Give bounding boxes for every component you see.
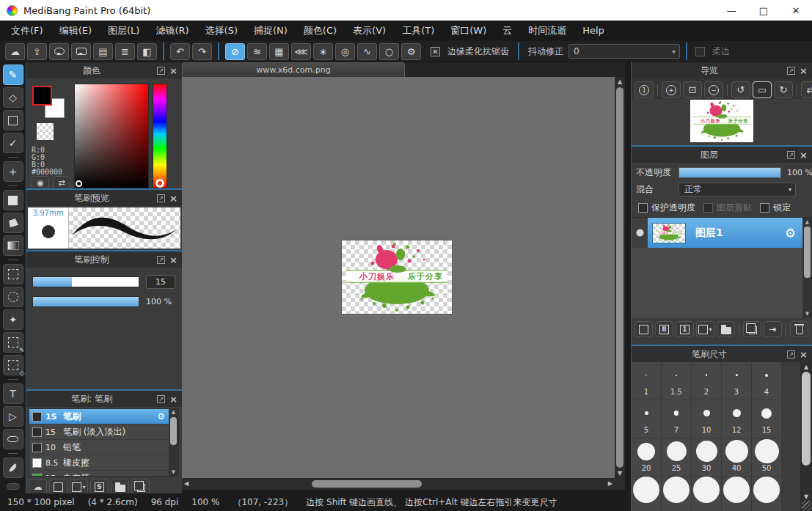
select-pen-tool[interactable]: ✎ xyxy=(3,332,23,353)
brush-size-cell[interactable] xyxy=(752,477,782,511)
menu-item-12[interactable]: Help xyxy=(574,21,612,41)
delete-layer-button[interactable] xyxy=(790,321,808,337)
chat-icon[interactable] xyxy=(71,43,91,60)
popout-icon[interactable]: ↗ xyxy=(157,395,165,403)
menu-item-11[interactable]: 时间流逝 xyxy=(520,21,574,41)
brush-size-cell-2[interactable]: 2 xyxy=(692,362,722,400)
eraser-tool[interactable]: ◇ xyxy=(3,87,23,108)
zoom-out-button[interactable]: − xyxy=(704,81,723,98)
close-icon[interactable]: × xyxy=(800,67,808,75)
undo-button[interactable]: ↶ xyxy=(170,43,190,60)
menu-item-7[interactable]: 表示(V) xyxy=(345,21,394,41)
close-icon[interactable]: × xyxy=(169,395,178,403)
brush-row[interactable]: 15笔刷⚙ xyxy=(29,409,169,424)
snap-radial-button[interactable]: ∗ xyxy=(313,43,333,60)
gear-icon[interactable]: ⚙ xyxy=(785,226,796,240)
gradient-tool[interactable] xyxy=(3,235,23,256)
foreground-color-swatch[interactable] xyxy=(32,86,52,106)
menu-item-5[interactable]: 捕捉(N) xyxy=(246,21,296,41)
brush-size-scrollbar[interactable]: ▲ ▼ xyxy=(800,362,812,511)
snap-off-button[interactable]: ⊘ xyxy=(225,43,245,60)
cloud-brush-button[interactable]: ☁ xyxy=(29,479,47,495)
brush-row[interactable]: 8.5橡皮擦 xyxy=(29,455,169,471)
brush-folder-button[interactable] xyxy=(111,479,129,495)
brush-row[interactable]: 15中空笔 xyxy=(29,471,169,476)
layer-folder-button[interactable] xyxy=(717,321,735,337)
layer-opacity-slider[interactable] xyxy=(679,167,781,178)
new-8bit-layer-button[interactable]: 8 xyxy=(655,321,673,337)
cloud-icon[interactable]: ☁ xyxy=(5,43,25,60)
brush-size-cell-15[interactable]: 15 xyxy=(752,400,782,438)
menu-item-3[interactable]: 滤镜(R) xyxy=(147,21,197,41)
maximize-button[interactable]: □ xyxy=(747,0,780,21)
scrollbar-thumb[interactable] xyxy=(804,227,811,278)
close-icon[interactable]: × xyxy=(169,256,178,264)
snap-curve-button[interactable]: ∿ xyxy=(357,43,377,60)
brush-tool[interactable]: ✎ xyxy=(3,65,23,85)
antialias-checkbox[interactable]: ✕ xyxy=(431,47,440,56)
snap-ellipse-button[interactable]: ○ xyxy=(379,43,399,60)
resize-grip[interactable] xyxy=(802,501,811,510)
popout-icon[interactable]: ↗ xyxy=(787,151,795,159)
hue-bar[interactable] xyxy=(153,84,167,188)
brush-size-cell-4[interactable]: 4 xyxy=(752,362,782,400)
eyedropper-tool[interactable] xyxy=(3,457,23,478)
script-brush-button[interactable]: S xyxy=(90,479,109,495)
lock-checkbox[interactable] xyxy=(760,203,769,213)
popout-icon[interactable]: ↗ xyxy=(157,256,165,264)
close-icon[interactable]: × xyxy=(800,350,808,359)
add-layer-button[interactable]: ▾ xyxy=(696,321,714,337)
duplicate-layer-button[interactable] xyxy=(743,321,761,337)
brush-size-cell-12[interactable]: 12 xyxy=(722,400,752,438)
shape-brush-tool[interactable] xyxy=(3,110,23,130)
snap-concentric-button[interactable]: ◎ xyxy=(335,43,355,60)
saturation-value-picker[interactable] xyxy=(74,84,149,188)
brush-size-cell-1.5[interactable]: 1.5 xyxy=(662,362,692,400)
brush-size-cell[interactable] xyxy=(692,477,722,511)
dot-pen-tool[interactable]: ✓ xyxy=(3,133,23,153)
scroll-down-icon[interactable]: ▼ xyxy=(172,469,175,476)
share-icon[interactable]: ⇧ xyxy=(27,43,47,60)
scroll-right-icon[interactable]: ▶ xyxy=(608,478,612,490)
redo-button[interactable]: ↷ xyxy=(192,43,212,60)
clipping-checkbox[interactable] xyxy=(703,203,713,213)
navigator-thumbnail[interactable]: 小刀娱乐乐于分享 xyxy=(690,100,753,142)
scroll-down-icon[interactable]: ▼ xyxy=(615,470,625,477)
close-button[interactable]: ✕ xyxy=(780,0,812,21)
brush-size-cell[interactable] xyxy=(632,477,662,511)
toolstrip-scroll-handle[interactable] xyxy=(7,483,20,490)
gear-icon[interactable]: ⚙ xyxy=(157,411,165,422)
material-panel-icon[interactable]: ≣ xyxy=(115,43,135,60)
scroll-down-icon[interactable]: ▼ xyxy=(800,493,812,500)
scroll-up-icon[interactable]: ▲ xyxy=(800,364,812,370)
menu-item-10[interactable]: 云 xyxy=(494,21,520,41)
scrollbar-thumb[interactable] xyxy=(312,480,422,488)
brush-size-cell-25[interactable]: 25 xyxy=(662,438,692,477)
brush-size-value[interactable]: 15 xyxy=(146,275,175,289)
brush-row[interactable]: 15笔刷 (淡入淡出) xyxy=(29,424,169,440)
comment-icon[interactable] xyxy=(49,43,69,60)
layer-list-scrollbar[interactable]: ▲ ▼ xyxy=(802,218,812,318)
hue-marker[interactable] xyxy=(156,179,164,188)
lasso-tool[interactable] xyxy=(3,287,23,307)
zoom-original-button[interactable]: 1 xyxy=(634,81,654,98)
transparent-color-swatch[interactable] xyxy=(37,123,54,140)
reset-rotation-button[interactable]: ▭ xyxy=(753,81,772,98)
snap-parallel-button[interactable]: ≋ xyxy=(247,43,267,60)
new-brush-button[interactable] xyxy=(49,479,67,495)
zoom-in-button[interactable]: + xyxy=(662,81,681,98)
bucket-tool[interactable] xyxy=(3,213,23,233)
sv-marker[interactable] xyxy=(76,180,82,187)
select-eraser-tool[interactable]: ◇ xyxy=(3,355,23,375)
brush-size-cell-30[interactable]: 30 xyxy=(692,438,722,477)
popout-icon[interactable]: ↗ xyxy=(157,194,165,202)
popout-icon[interactable]: ↗ xyxy=(787,350,795,359)
document-icon[interactable]: ▤ xyxy=(93,43,113,60)
blend-mode-dropdown[interactable]: 正常 ▾ xyxy=(679,183,796,196)
scrollbar-thumb[interactable] xyxy=(616,87,623,468)
scrollbar-thumb[interactable] xyxy=(802,372,811,466)
menu-item-1[interactable]: 编辑(E) xyxy=(51,21,100,41)
minimize-button[interactable]: — xyxy=(715,0,747,21)
flip-horizontal-button[interactable]: ⇄ xyxy=(801,81,812,98)
rotate-ccw-button[interactable]: ↺ xyxy=(731,81,750,98)
